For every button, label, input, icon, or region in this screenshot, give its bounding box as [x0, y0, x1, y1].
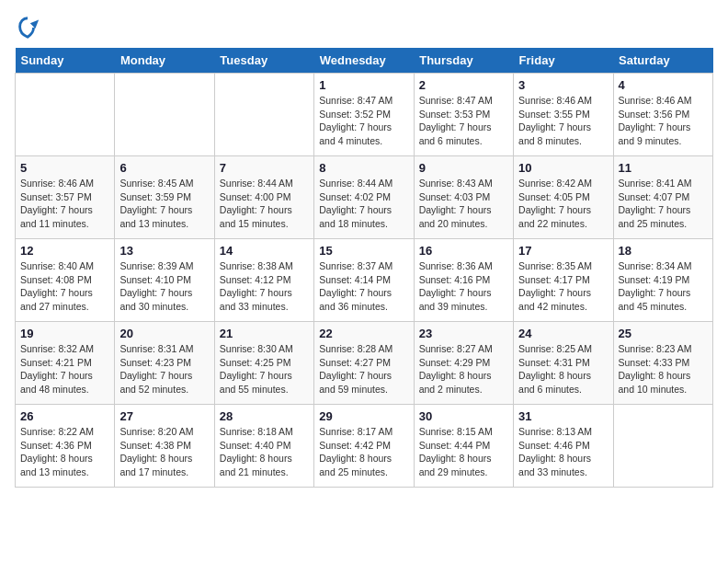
day-info: Sunrise: 8:18 AM Sunset: 4:40 PM Dayligh…: [220, 425, 309, 479]
day-number: 8: [319, 161, 408, 175]
day-info: Sunrise: 8:17 AM Sunset: 4:42 PM Dayligh…: [319, 425, 408, 479]
day-number: 1: [319, 78, 408, 92]
day-number: 17: [518, 244, 608, 258]
weekday-header-wednesday: Wednesday: [314, 48, 414, 74]
weekday-header-friday: Friday: [514, 48, 613, 74]
day-info: Sunrise: 8:20 AM Sunset: 4:38 PM Dayligh…: [119, 425, 209, 479]
weekday-header-sunday: Sunday: [16, 48, 115, 74]
calendar-cell: 3Sunrise: 8:46 AM Sunset: 3:55 PM Daylig…: [514, 74, 613, 156]
day-number: 4: [619, 78, 708, 92]
day-info: Sunrise: 8:15 AM Sunset: 4:44 PM Dayligh…: [419, 425, 508, 479]
day-number: 27: [119, 409, 209, 423]
day-number: 28: [220, 409, 309, 423]
calendar-cell: [214, 74, 313, 156]
day-info: Sunrise: 8:44 AM Sunset: 4:02 PM Dayligh…: [319, 177, 408, 231]
day-info: Sunrise: 8:41 AM Sunset: 4:07 PM Dayligh…: [619, 177, 708, 231]
calendar-cell: 11Sunrise: 8:41 AM Sunset: 4:07 PM Dayli…: [613, 156, 712, 239]
day-info: Sunrise: 8:44 AM Sunset: 4:00 PM Dayligh…: [220, 177, 309, 231]
calendar-cell: 9Sunrise: 8:43 AM Sunset: 4:03 PM Daylig…: [414, 156, 513, 239]
day-number: 16: [419, 244, 508, 258]
calendar-cell: 21Sunrise: 8:30 AM Sunset: 4:25 PM Dayli…: [214, 322, 313, 405]
weekday-header-tuesday: Tuesday: [214, 48, 313, 74]
calendar-cell: 12Sunrise: 8:40 AM Sunset: 4:08 PM Dayli…: [16, 239, 115, 322]
calendar-week-row: 26Sunrise: 8:22 AM Sunset: 4:36 PM Dayli…: [16, 405, 713, 488]
day-info: Sunrise: 8:35 AM Sunset: 4:17 PM Dayligh…: [518, 259, 608, 314]
logo: [15, 15, 44, 40]
weekday-header-row: SundayMondayTuesdayWednesdayThursdayFrid…: [16, 48, 713, 74]
calendar-cell: 30Sunrise: 8:15 AM Sunset: 4:44 PM Dayli…: [414, 405, 513, 488]
day-info: Sunrise: 8:37 AM Sunset: 4:14 PM Dayligh…: [319, 259, 408, 314]
calendar-cell: 16Sunrise: 8:36 AM Sunset: 4:16 PM Dayli…: [414, 239, 513, 322]
day-info: Sunrise: 8:47 AM Sunset: 3:52 PM Dayligh…: [319, 94, 408, 148]
day-number: 15: [319, 244, 408, 258]
day-info: Sunrise: 8:25 AM Sunset: 4:31 PM Dayligh…: [518, 342, 608, 396]
day-info: Sunrise: 8:46 AM Sunset: 3:57 PM Dayligh…: [20, 177, 109, 231]
day-number: 10: [518, 161, 608, 175]
logo-icon: [15, 15, 40, 40]
calendar-cell: 31Sunrise: 8:13 AM Sunset: 4:46 PM Dayli…: [514, 405, 613, 488]
calendar-cell: 2Sunrise: 8:47 AM Sunset: 3:53 PM Daylig…: [414, 74, 513, 156]
weekday-header-saturday: Saturday: [613, 48, 712, 74]
day-info: Sunrise: 8:28 AM Sunset: 4:27 PM Dayligh…: [319, 342, 408, 396]
calendar-week-row: 19Sunrise: 8:32 AM Sunset: 4:21 PM Dayli…: [16, 322, 713, 405]
calendar-cell: 28Sunrise: 8:18 AM Sunset: 4:40 PM Dayli…: [214, 405, 313, 488]
day-number: 3: [518, 78, 608, 92]
calendar-cell: 29Sunrise: 8:17 AM Sunset: 4:42 PM Dayli…: [314, 405, 414, 488]
day-number: 26: [20, 409, 109, 423]
day-info: Sunrise: 8:46 AM Sunset: 3:56 PM Dayligh…: [619, 94, 708, 148]
day-info: Sunrise: 8:13 AM Sunset: 4:46 PM Dayligh…: [518, 425, 608, 479]
day-info: Sunrise: 8:36 AM Sunset: 4:16 PM Dayligh…: [419, 259, 508, 314]
calendar-cell: [16, 74, 115, 156]
day-info: Sunrise: 8:32 AM Sunset: 4:21 PM Dayligh…: [20, 342, 109, 396]
day-info: Sunrise: 8:43 AM Sunset: 4:03 PM Dayligh…: [419, 177, 508, 231]
day-info: Sunrise: 8:27 AM Sunset: 4:29 PM Dayligh…: [419, 342, 508, 396]
page-header: [15, 15, 713, 40]
calendar-cell: [115, 74, 214, 156]
day-info: Sunrise: 8:42 AM Sunset: 4:05 PM Dayligh…: [518, 177, 608, 231]
calendar-cell: 6Sunrise: 8:45 AM Sunset: 3:59 PM Daylig…: [115, 156, 214, 239]
day-number: 18: [619, 244, 708, 258]
calendar-cell: 8Sunrise: 8:44 AM Sunset: 4:02 PM Daylig…: [314, 156, 414, 239]
calendar-week-row: 12Sunrise: 8:40 AM Sunset: 4:08 PM Dayli…: [16, 239, 713, 322]
day-info: Sunrise: 8:23 AM Sunset: 4:33 PM Dayligh…: [619, 342, 708, 396]
calendar-cell: 5Sunrise: 8:46 AM Sunset: 3:57 PM Daylig…: [16, 156, 115, 239]
weekday-header-monday: Monday: [115, 48, 214, 74]
calendar-cell: 27Sunrise: 8:20 AM Sunset: 4:38 PM Dayli…: [115, 405, 214, 488]
day-number: 23: [419, 327, 508, 340]
day-info: Sunrise: 8:45 AM Sunset: 3:59 PM Dayligh…: [119, 177, 209, 231]
calendar-table: SundayMondayTuesdayWednesdayThursdayFrid…: [15, 48, 713, 488]
calendar-cell: 15Sunrise: 8:37 AM Sunset: 4:14 PM Dayli…: [314, 239, 414, 322]
weekday-header-thursday: Thursday: [414, 48, 513, 74]
day-info: Sunrise: 8:34 AM Sunset: 4:19 PM Dayligh…: [619, 259, 708, 314]
day-number: 6: [119, 161, 209, 175]
day-number: 29: [319, 409, 408, 423]
calendar-cell: 10Sunrise: 8:42 AM Sunset: 4:05 PM Dayli…: [514, 156, 613, 239]
calendar-cell: 7Sunrise: 8:44 AM Sunset: 4:00 PM Daylig…: [214, 156, 313, 239]
day-number: 2: [419, 78, 508, 92]
day-number: 14: [220, 244, 309, 258]
day-info: Sunrise: 8:39 AM Sunset: 4:10 PM Dayligh…: [119, 259, 209, 314]
day-info: Sunrise: 8:40 AM Sunset: 4:08 PM Dayligh…: [20, 259, 109, 314]
day-number: 11: [619, 161, 708, 175]
day-info: Sunrise: 8:30 AM Sunset: 4:25 PM Dayligh…: [220, 342, 309, 396]
day-number: 21: [220, 327, 309, 340]
day-number: 12: [20, 244, 109, 258]
day-number: 30: [419, 409, 508, 423]
day-number: 7: [220, 161, 309, 175]
calendar-cell: 14Sunrise: 8:38 AM Sunset: 4:12 PM Dayli…: [214, 239, 313, 322]
calendar-cell: 20Sunrise: 8:31 AM Sunset: 4:23 PM Dayli…: [115, 322, 214, 405]
day-number: 13: [119, 244, 209, 258]
calendar-cell: 4Sunrise: 8:46 AM Sunset: 3:56 PM Daylig…: [613, 74, 712, 156]
calendar-cell: 17Sunrise: 8:35 AM Sunset: 4:17 PM Dayli…: [514, 239, 613, 322]
calendar-cell: 19Sunrise: 8:32 AM Sunset: 4:21 PM Dayli…: [16, 322, 115, 405]
day-info: Sunrise: 8:38 AM Sunset: 4:12 PM Dayligh…: [220, 259, 309, 314]
day-info: Sunrise: 8:22 AM Sunset: 4:36 PM Dayligh…: [20, 425, 109, 479]
calendar-cell: 23Sunrise: 8:27 AM Sunset: 4:29 PM Dayli…: [414, 322, 513, 405]
day-number: 31: [518, 409, 608, 423]
calendar-cell: 25Sunrise: 8:23 AM Sunset: 4:33 PM Dayli…: [613, 322, 712, 405]
day-number: 20: [119, 327, 209, 340]
day-number: 22: [319, 327, 408, 340]
calendar-week-row: 5Sunrise: 8:46 AM Sunset: 3:57 PM Daylig…: [16, 156, 713, 239]
calendar-cell: 18Sunrise: 8:34 AM Sunset: 4:19 PM Dayli…: [613, 239, 712, 322]
calendar-cell: 24Sunrise: 8:25 AM Sunset: 4:31 PM Dayli…: [514, 322, 613, 405]
